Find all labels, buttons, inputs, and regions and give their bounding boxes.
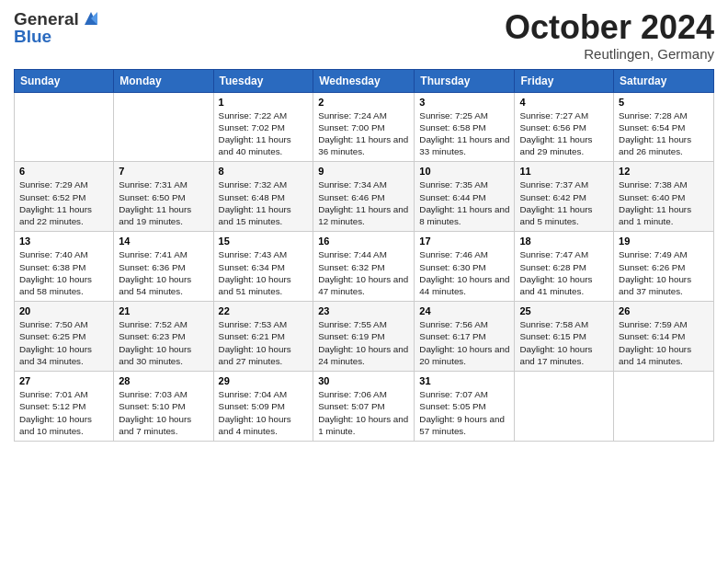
day-info: Sunrise: 7:04 AM Sunset: 5:09 PM Dayligh…: [219, 388, 309, 437]
calendar-cell: 8Sunrise: 7:32 AM Sunset: 6:48 PM Daylig…: [213, 162, 313, 232]
calendar-cell: 7Sunrise: 7:31 AM Sunset: 6:50 PM Daylig…: [114, 162, 213, 232]
day-info: Sunrise: 7:29 AM Sunset: 6:52 PM Dayligh…: [19, 178, 108, 227]
calendar-cell: 11Sunrise: 7:37 AM Sunset: 6:42 PM Dayli…: [515, 162, 614, 232]
day-number: 28: [119, 375, 208, 386]
calendar-day-header: Monday: [114, 69, 213, 92]
calendar-day-header: Tuesday: [213, 69, 313, 92]
calendar-cell: 22Sunrise: 7:53 AM Sunset: 6:21 PM Dayli…: [213, 302, 313, 372]
day-info: Sunrise: 7:41 AM Sunset: 6:36 PM Dayligh…: [119, 248, 208, 297]
day-info: Sunrise: 7:59 AM Sunset: 6:14 PM Dayligh…: [619, 318, 709, 367]
day-info: Sunrise: 7:49 AM Sunset: 6:26 PM Dayligh…: [619, 248, 709, 297]
calendar-cell: 31Sunrise: 7:07 AM Sunset: 5:05 PM Dayli…: [415, 372, 515, 442]
calendar-cell: 4Sunrise: 7:27 AM Sunset: 6:56 PM Daylig…: [515, 92, 614, 162]
day-info: Sunrise: 7:52 AM Sunset: 6:23 PM Dayligh…: [119, 318, 208, 367]
calendar-cell: 18Sunrise: 7:47 AM Sunset: 6:28 PM Dayli…: [515, 232, 614, 302]
day-info: Sunrise: 7:32 AM Sunset: 6:48 PM Dayligh…: [219, 178, 309, 227]
day-info: Sunrise: 7:01 AM Sunset: 5:12 PM Dayligh…: [19, 388, 108, 437]
day-number: 5: [619, 97, 709, 108]
day-info: Sunrise: 7:35 AM Sunset: 6:44 PM Dayligh…: [419, 178, 509, 227]
day-number: 17: [419, 236, 509, 247]
calendar-cell: 5Sunrise: 7:28 AM Sunset: 6:54 PM Daylig…: [614, 92, 714, 162]
day-number: 10: [419, 166, 509, 177]
day-number: 7: [119, 166, 208, 177]
calendar-cell: 26Sunrise: 7:59 AM Sunset: 6:14 PM Dayli…: [614, 302, 714, 372]
day-number: 9: [318, 166, 409, 177]
day-info: Sunrise: 7:55 AM Sunset: 6:19 PM Dayligh…: [318, 318, 409, 367]
day-number: 25: [519, 305, 609, 316]
page: General Blue October 2024 Reutlingen, Ge…: [0, 0, 728, 563]
day-info: Sunrise: 7:28 AM Sunset: 6:54 PM Dayligh…: [619, 109, 709, 158]
calendar-cell: 24Sunrise: 7:56 AM Sunset: 6:17 PM Dayli…: [415, 302, 515, 372]
day-number: 21: [119, 305, 208, 316]
calendar-cell: [515, 372, 614, 442]
calendar-cell: 14Sunrise: 7:41 AM Sunset: 6:36 PM Dayli…: [114, 232, 213, 302]
day-number: 30: [318, 375, 409, 386]
day-number: 12: [619, 166, 709, 177]
day-number: 8: [219, 166, 309, 177]
month-title: October 2024: [505, 9, 714, 46]
calendar-week-row: 27Sunrise: 7:01 AM Sunset: 5:12 PM Dayli…: [15, 372, 714, 442]
day-info: Sunrise: 7:24 AM Sunset: 7:00 PM Dayligh…: [318, 109, 409, 158]
day-number: 11: [519, 166, 609, 177]
day-number: 1: [219, 97, 309, 108]
day-info: Sunrise: 7:37 AM Sunset: 6:42 PM Dayligh…: [519, 178, 609, 227]
day-info: Sunrise: 7:46 AM Sunset: 6:30 PM Dayligh…: [419, 248, 509, 297]
logo-blue: Blue: [14, 27, 101, 47]
calendar-cell: [15, 92, 114, 162]
calendar-cell: 25Sunrise: 7:58 AM Sunset: 6:15 PM Dayli…: [515, 302, 614, 372]
calendar-cell: 10Sunrise: 7:35 AM Sunset: 6:44 PM Dayli…: [415, 162, 515, 232]
day-info: Sunrise: 7:40 AM Sunset: 6:38 PM Dayligh…: [19, 248, 108, 297]
logo: General Blue: [14, 9, 101, 47]
calendar-week-row: 20Sunrise: 7:50 AM Sunset: 6:25 PM Dayli…: [15, 302, 714, 372]
calendar-cell: 20Sunrise: 7:50 AM Sunset: 6:25 PM Dayli…: [15, 302, 114, 372]
calendar-cell: 6Sunrise: 7:29 AM Sunset: 6:52 PM Daylig…: [15, 162, 114, 232]
calendar-day-header: Friday: [515, 69, 614, 92]
calendar-day-header: Saturday: [614, 69, 714, 92]
day-number: 2: [318, 97, 409, 108]
calendar-cell: 15Sunrise: 7:43 AM Sunset: 6:34 PM Dayli…: [213, 232, 313, 302]
day-number: 29: [219, 375, 309, 386]
calendar-cell: 21Sunrise: 7:52 AM Sunset: 6:23 PM Dayli…: [114, 302, 213, 372]
calendar-cell: 23Sunrise: 7:55 AM Sunset: 6:19 PM Dayli…: [313, 302, 415, 372]
calendar-day-header: Sunday: [15, 69, 114, 92]
calendar-cell: 3Sunrise: 7:25 AM Sunset: 6:58 PM Daylig…: [415, 92, 515, 162]
calendar-day-header: Wednesday: [313, 69, 415, 92]
day-info: Sunrise: 7:43 AM Sunset: 6:34 PM Dayligh…: [219, 248, 309, 297]
day-number: 3: [419, 97, 509, 108]
calendar-cell: 28Sunrise: 7:03 AM Sunset: 5:10 PM Dayli…: [114, 372, 213, 442]
calendar: SundayMondayTuesdayWednesdayThursdayFrid…: [14, 69, 714, 442]
day-number: 23: [318, 305, 409, 316]
day-number: 20: [19, 305, 108, 316]
header: General Blue October 2024 Reutlingen, Ge…: [14, 9, 714, 62]
day-info: Sunrise: 7:50 AM Sunset: 6:25 PM Dayligh…: [19, 318, 108, 367]
day-number: 15: [219, 236, 309, 247]
calendar-cell: [114, 92, 213, 162]
calendar-cell: 9Sunrise: 7:34 AM Sunset: 6:46 PM Daylig…: [313, 162, 415, 232]
calendar-cell: 19Sunrise: 7:49 AM Sunset: 6:26 PM Dayli…: [614, 232, 714, 302]
calendar-cell: 12Sunrise: 7:38 AM Sunset: 6:40 PM Dayli…: [614, 162, 714, 232]
calendar-week-row: 6Sunrise: 7:29 AM Sunset: 6:52 PM Daylig…: [15, 162, 714, 232]
day-info: Sunrise: 7:27 AM Sunset: 6:56 PM Dayligh…: [519, 109, 609, 158]
day-number: 14: [119, 236, 208, 247]
day-number: 26: [619, 305, 709, 316]
day-info: Sunrise: 7:07 AM Sunset: 5:05 PM Dayligh…: [419, 388, 509, 437]
day-number: 22: [219, 305, 309, 316]
day-info: Sunrise: 7:31 AM Sunset: 6:50 PM Dayligh…: [119, 178, 208, 227]
day-number: 18: [519, 236, 609, 247]
calendar-cell: 27Sunrise: 7:01 AM Sunset: 5:12 PM Dayli…: [15, 372, 114, 442]
day-number: 24: [419, 305, 509, 316]
day-number: 19: [619, 236, 709, 247]
day-info: Sunrise: 7:34 AM Sunset: 6:46 PM Dayligh…: [318, 178, 409, 227]
day-info: Sunrise: 7:22 AM Sunset: 7:02 PM Dayligh…: [219, 109, 309, 158]
calendar-cell: 29Sunrise: 7:04 AM Sunset: 5:09 PM Dayli…: [213, 372, 313, 442]
day-number: 4: [519, 97, 609, 108]
day-info: Sunrise: 7:25 AM Sunset: 6:58 PM Dayligh…: [419, 109, 509, 158]
day-info: Sunrise: 7:47 AM Sunset: 6:28 PM Dayligh…: [519, 248, 609, 297]
day-number: 16: [318, 236, 409, 247]
calendar-day-header: Thursday: [415, 69, 515, 92]
day-number: 13: [19, 236, 108, 247]
day-number: 6: [19, 166, 108, 177]
day-info: Sunrise: 7:53 AM Sunset: 6:21 PM Dayligh…: [219, 318, 309, 367]
day-info: Sunrise: 7:56 AM Sunset: 6:17 PM Dayligh…: [419, 318, 509, 367]
day-info: Sunrise: 7:44 AM Sunset: 6:32 PM Dayligh…: [318, 248, 409, 297]
